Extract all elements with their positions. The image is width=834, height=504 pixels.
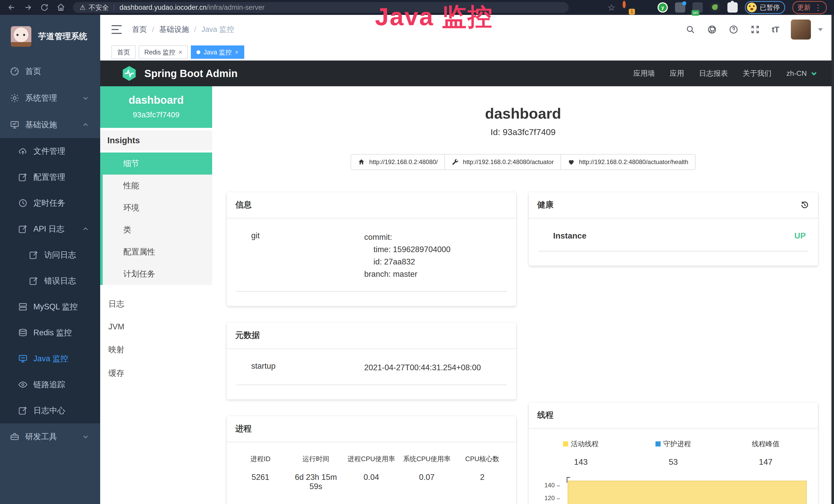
- sba-item-configprops[interactable]: 配置属性: [103, 241, 212, 263]
- legend-blue-swatch: [656, 441, 661, 446]
- sidebar-item-jobs[interactable]: 定时任务: [0, 190, 100, 216]
- back-icon[interactable]: [7, 3, 16, 12]
- sba-item-classes[interactable]: 类: [103, 219, 212, 241]
- sba-item-scheduled[interactable]: 计划任务: [103, 263, 212, 285]
- tab-close-icon[interactable]: ×: [235, 48, 239, 56]
- tab-java-monitor[interactable]: Java 监控 ×: [191, 45, 244, 59]
- sba-item-caches[interactable]: 缓存: [100, 362, 212, 385]
- fullscreen-icon[interactable]: [750, 25, 760, 35]
- breadcrumb-infra[interactable]: 基础设施: [159, 24, 189, 35]
- extension-orange-icon[interactable]: 1: [622, 2, 633, 13]
- update-button[interactable]: 更新 ⋮: [792, 1, 827, 14]
- process-header: 进程CPU使用率: [344, 455, 399, 463]
- info-value: commit: time: 1596289704000 id: 27aa832 …: [364, 231, 451, 280]
- sidebar-item-log-center[interactable]: 日志中心: [0, 397, 100, 423]
- home-icon[interactable]: [57, 3, 65, 12]
- sba-logo-icon: [121, 65, 138, 82]
- sidebar-item-devtools[interactable]: 研发工具: [0, 423, 100, 450]
- extension-green-icon[interactable]: y: [658, 2, 668, 13]
- sba-app-name: dashboard: [100, 94, 212, 106]
- locale-caret-icon: [810, 70, 817, 77]
- layers-icon: [18, 328, 28, 338]
- sba-item-metrics[interactable]: 性能: [103, 175, 212, 197]
- user-menu-caret-icon[interactable]: [818, 28, 823, 31]
- fontsize-icon[interactable]: tT: [772, 25, 779, 35]
- toolbox-icon: [10, 432, 20, 442]
- sba-app-header[interactable]: dashboard 93a3fc7f7409: [100, 86, 212, 128]
- sidebar-item-redis[interactable]: Redis 监控: [0, 320, 100, 346]
- breadcrumb-home[interactable]: 首页: [132, 24, 147, 35]
- help-icon[interactable]: [729, 25, 739, 35]
- github-icon[interactable]: [707, 25, 717, 35]
- sidebar-item-tracing[interactable]: 链路追踪: [0, 371, 100, 397]
- history-icon[interactable]: [800, 200, 809, 209]
- sidebar-item-label: 基础设施: [25, 119, 57, 130]
- sidebar-item-error-log[interactable]: 错误日志: [0, 268, 100, 294]
- sidebar-item-label: MySQL 监控: [34, 301, 78, 312]
- sba-nav-applications[interactable]: 应用: [670, 69, 684, 78]
- chevron-up-icon: [82, 121, 89, 128]
- sba-nav-journal[interactable]: 日志报表: [699, 69, 728, 78]
- extension-drop-icon[interactable]: [640, 2, 650, 13]
- sidebar-item-home[interactable]: 首页: [0, 58, 100, 85]
- app-logo-row[interactable]: 芋道管理系统: [0, 15, 100, 58]
- tab-close-icon[interactable]: ×: [178, 48, 182, 56]
- locale-selector[interactable]: zh-CN: [787, 69, 817, 77]
- sidebar-item-mysql[interactable]: MySQL 监控: [0, 294, 100, 320]
- health-url-button[interactable]: http://192.168.0.2:48080/actuator/health: [561, 154, 696, 170]
- extension-list-icon[interactable]: on: [693, 2, 703, 13]
- sidebar-item-config[interactable]: 配置管理: [0, 164, 100, 190]
- sidebar-item-files[interactable]: 文件管理: [0, 138, 100, 164]
- legend-value: 143: [535, 457, 627, 467]
- sba-item-logfile[interactable]: 日志: [100, 292, 212, 316]
- search-icon[interactable]: [685, 25, 695, 35]
- sidebar-item-system[interactable]: 系统管理: [0, 85, 100, 111]
- bookmark-star-icon[interactable]: ☆: [608, 2, 615, 13]
- scrollbar[interactable]: [831, 15, 834, 504]
- process-col-proc-cpu: 进程CPU使用率 0.04: [344, 455, 399, 491]
- sidebar-item-label: 研发工具: [25, 431, 57, 442]
- forward-icon[interactable]: [24, 3, 32, 12]
- sidebar-item-label: 系统管理: [25, 93, 57, 104]
- metadata-card-title: 元数据: [235, 330, 260, 341]
- extension-badge: 1: [629, 9, 635, 15]
- hamburger-icon[interactable]: [111, 25, 122, 34]
- wrench-icon: [452, 158, 459, 166]
- sidebar-item-java-monitor[interactable]: Java 监控: [0, 346, 100, 371]
- sba-item-details[interactable]: 细节: [103, 153, 212, 175]
- extension-grid-icon[interactable]: [675, 2, 685, 13]
- extensions-puzzle-icon[interactable]: [727, 2, 738, 13]
- url-path[interactable]: /infra/admin-server: [207, 4, 265, 12]
- sba-item-environment[interactable]: 环境: [103, 197, 212, 219]
- sba-brand[interactable]: Spring Boot Admin: [121, 65, 238, 82]
- url-host[interactable]: dashboard.yudao.iocoder.cn: [119, 4, 206, 12]
- reload-icon[interactable]: [40, 3, 49, 12]
- metadata-card: 元数据 startup 2021-04-27T00:44:31.254+08:0…: [226, 322, 516, 399]
- tab-home[interactable]: 首页: [111, 45, 136, 59]
- sidebar-item-label: 日志中心: [34, 405, 65, 416]
- sidebar-item-api-log[interactable]: API 日志: [0, 216, 100, 242]
- infra-submenu: 文件管理 配置管理 定时任务 API 日志 访问日志: [0, 138, 100, 423]
- sidebar-item-access-log[interactable]: 访问日志: [0, 242, 100, 268]
- profile-chip[interactable]: 已暂停: [745, 1, 785, 14]
- sba-item-jvm[interactable]: JVM: [100, 316, 212, 338]
- extension-leaf-icon[interactable]: [710, 2, 720, 13]
- service-url-button[interactable]: http://192.168.0.2:48080/: [351, 154, 445, 170]
- security-label[interactable]: 不安全: [89, 3, 109, 12]
- sba-nav-about[interactable]: 关于我们: [743, 69, 772, 78]
- page-title: dashboard: [212, 105, 834, 122]
- user-avatar[interactable]: [791, 20, 811, 40]
- legend-yellow-swatch: [563, 441, 568, 446]
- browser-menu-icon[interactable]: ⋮: [814, 3, 822, 12]
- sidebar-item-infra[interactable]: 基础设施: [0, 111, 100, 138]
- tab-redis-monitor[interactable]: Redis 监控 ×: [139, 45, 188, 59]
- breadcrumb-current: Java 监控: [201, 24, 234, 35]
- sba-item-mappings[interactable]: 映射: [100, 338, 212, 362]
- address-bar[interactable]: ⚠ 不安全 dashboard.yudao.iocoder.cn/infra/a…: [73, 2, 569, 13]
- breadcrumb: 首页 / 基础设施 / Java 监控: [132, 24, 234, 35]
- page-subtitle: Id: 93a3fc7f7409: [212, 127, 834, 137]
- git-commit-line: commit:: [364, 231, 451, 244]
- sba-nav-wallboard[interactable]: 应用墙: [633, 69, 655, 78]
- actuator-url-button[interactable]: http://192.168.0.2:48080/actuator: [444, 154, 561, 170]
- info-card-title: 信息: [235, 199, 252, 210]
